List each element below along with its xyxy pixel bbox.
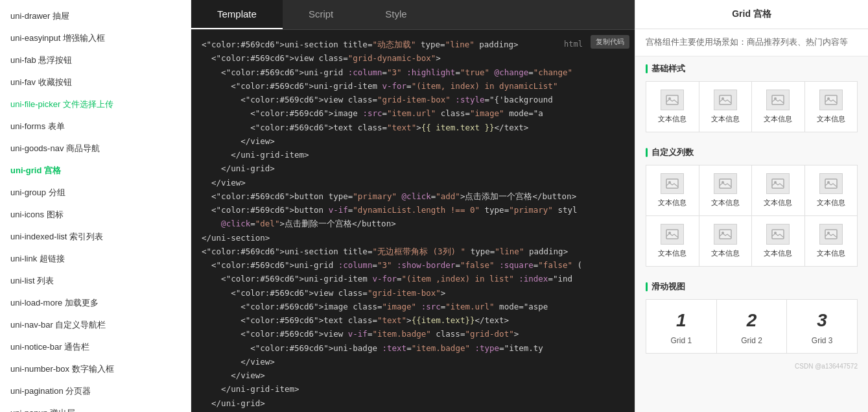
tab-bar: TemplateScriptStyle	[191, 0, 635, 30]
svg-rect-4	[772, 95, 784, 104]
grid-cell-label: 文本信息	[658, 198, 686, 208]
basic-grid-demo: 文本信息 文本信息 文本信息 文本信息	[646, 81, 858, 132]
image-placeholder-icon	[819, 224, 843, 245]
grid-cell-label: 文本信息	[711, 114, 740, 124]
grid-cell: 文本信息	[752, 82, 804, 132]
custom-grid-demo: 文本信息 文本信息 文本信息	[646, 165, 858, 267]
grid-sublabel: Grid 2	[741, 336, 762, 345]
image-placeholder-icon	[766, 173, 790, 194]
grid-cell-label: 文本信息	[764, 248, 792, 258]
right-panel: Grid 宫格 宫格组件主要使用场景如：商品推荐列表、热门内容等 基础样式 文本…	[635, 0, 868, 412]
svg-rect-22	[825, 230, 837, 239]
svg-rect-18	[720, 230, 731, 239]
grid-cell: 文本信息	[699, 82, 752, 132]
sidebar-item-uni-load-more[interactable]: uni-load-more 加载更多	[0, 292, 191, 314]
sidebar-item-uni-nav-bar[interactable]: uni-nav-bar 自定义导航栏	[0, 314, 191, 336]
grid-cell-label: 文本信息	[711, 198, 740, 208]
svg-rect-2	[720, 95, 731, 104]
sidebar-item-uni-goods-nav[interactable]: uni-goods-nav 商品导航	[0, 138, 191, 160]
sidebar-item-uni-list[interactable]: uni-list 列表	[0, 270, 191, 292]
tab-style[interactable]: Style	[359, 0, 432, 29]
sidebar-item-uni-forms[interactable]: uni-forms 表单	[0, 115, 191, 138]
svg-rect-16	[666, 230, 678, 239]
section-custom-title: 自定义列数	[635, 140, 868, 162]
grid-cell-label: 文本信息	[817, 248, 845, 258]
image-placeholder-icon	[661, 173, 684, 194]
grid-number: 2	[747, 310, 757, 331]
scroll-grid-cell: 2 Grid 2	[717, 300, 787, 353]
sidebar-item-uni-file-picker[interactable]: uni-file-picker 文件选择上传	[0, 93, 191, 115]
sidebar-item-uni-number-box[interactable]: uni-number-box 数字输入框	[0, 358, 191, 380]
sidebar-item-uni-fav[interactable]: uni-fav 收藏按钮	[0, 71, 191, 93]
tab-template[interactable]: Template	[191, 0, 283, 29]
image-placeholder-icon	[661, 90, 684, 110]
sidebar-item-uni-link[interactable]: uni-link 超链接	[0, 248, 191, 270]
image-placeholder-icon	[714, 224, 737, 245]
grid-number: 3	[817, 310, 827, 331]
grid-cell-label: 文本信息	[764, 114, 792, 124]
image-placeholder-icon	[714, 173, 737, 194]
sidebar-item-uni-group[interactable]: uni-group 分组	[0, 182, 191, 204]
section-basic-title: 基础样式	[635, 56, 868, 79]
scroll-grid-cell: 1 Grid 1	[646, 300, 716, 353]
image-placeholder-icon	[661, 224, 684, 245]
sidebar-item-uni-notice-bar[interactable]: uni-notice-bar 通告栏	[0, 336, 191, 358]
svg-rect-6	[825, 95, 837, 104]
grid-cell-label: 文本信息	[817, 198, 845, 208]
copy-button[interactable]: 复制代码	[591, 35, 629, 49]
sidebar-item-uni-grid[interactable]: uni-grid 宫格	[0, 160, 191, 182]
grid-number: 1	[676, 310, 686, 331]
grid-sublabel: Grid 3	[812, 336, 833, 345]
grid-cell: 文本信息	[646, 216, 699, 266]
code-area: html 复制代码 <"color:#569cd6">uni-section t…	[191, 30, 635, 412]
main-content: TemplateScriptStyle html 复制代码 <"color:#5…	[191, 0, 635, 412]
scroll-grid-demo: 1 Grid 1 2 Grid 2 3 Grid 3	[646, 299, 858, 354]
grid-cell-label: 文本信息	[658, 248, 686, 258]
svg-rect-8	[666, 179, 678, 188]
sidebar-item-uni-fab[interactable]: uni-fab 悬浮按钮	[0, 49, 191, 71]
grid-cell: 文本信息	[752, 216, 804, 266]
sidebar-item-uni-popup[interactable]: uni-popup 弹出层	[0, 402, 191, 412]
section-scroll-title: 滑动视图	[635, 274, 868, 297]
right-panel-title: Grid 宫格	[635, 0, 868, 29]
sidebar: uni-drawer 抽屉uni-easyinput 增强输入框uni-fab …	[0, 0, 191, 412]
grid-cell: 文本信息	[752, 165, 804, 215]
image-placeholder-icon	[819, 173, 843, 194]
sidebar-item-uni-icons[interactable]: uni-icons 图标	[0, 204, 191, 226]
grid-cell-label: 文本信息	[711, 248, 740, 258]
image-placeholder-icon	[766, 224, 790, 245]
sidebar-item-uni-pagination[interactable]: uni-pagination 分页器	[0, 380, 191, 402]
sidebar-item-uni-easyinput[interactable]: uni-easyinput 增强输入框	[0, 27, 191, 49]
image-placeholder-icon	[714, 90, 737, 110]
grid-cell: 文本信息	[646, 165, 699, 215]
right-panel-description: 宫格组件主要使用场景如：商品推荐列表、热门内容等	[635, 29, 868, 56]
grid-cell-label: 文本信息	[764, 198, 792, 208]
grid-cell: 文本信息	[699, 165, 752, 215]
svg-rect-0	[666, 95, 678, 104]
sidebar-item-uni-indexed-list[interactable]: uni-indexed-list 索引列表	[0, 226, 191, 248]
grid-sublabel: Grid 1	[670, 336, 692, 345]
image-placeholder-icon	[819, 90, 843, 110]
svg-rect-20	[772, 230, 784, 239]
svg-rect-12	[772, 179, 784, 188]
sidebar-item-uni-drawer[interactable]: uni-drawer 抽屉	[0, 5, 191, 27]
grid-cell-label: 文本信息	[817, 114, 845, 124]
grid-cell: 文本信息	[699, 216, 752, 266]
grid-cell: 文本信息	[805, 216, 858, 266]
svg-rect-10	[720, 179, 731, 188]
grid-cell: 文本信息	[805, 82, 858, 132]
html-badge: html	[564, 38, 583, 51]
grid-cell: 文本信息	[646, 82, 699, 132]
grid-cell-label: 文本信息	[658, 114, 686, 124]
grid-cell: 文本信息	[805, 165, 858, 215]
scroll-grid-cell: 3 Grid 3	[787, 300, 857, 353]
watermark: CSDN @a136447572	[635, 361, 868, 375]
svg-rect-14	[825, 179, 837, 188]
image-placeholder-icon	[766, 90, 790, 110]
tab-script[interactable]: Script	[283, 0, 359, 29]
